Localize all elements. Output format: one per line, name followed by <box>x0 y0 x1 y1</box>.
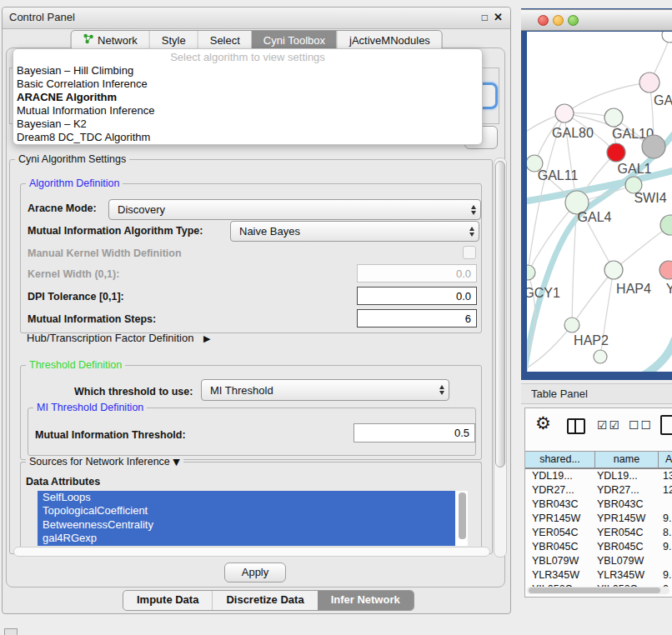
table-row[interactable]: YDR27...YDR27...12 <box>525 483 672 498</box>
mi-threshold-field[interactable]: 0.5 <box>354 423 475 442</box>
attribute-item[interactable]: BetweennessCentrality <box>38 518 455 532</box>
network-edge[interactable] <box>564 82 649 113</box>
mi-threshold-definition-group: MI Threshold Definition Mutual Informati… <box>28 408 476 456</box>
mi-type-value: Naive Bayes <box>231 225 465 238</box>
network-node[interactable] <box>594 350 607 363</box>
attribute-item[interactable]: TopologicalCoefficient <box>38 504 455 518</box>
hub-tf-definition-toggle[interactable]: Hub/Transcription Factor Definition ▶ <box>27 332 210 344</box>
sources-group-title[interactable]: Sources for Network Inference ▼ <box>26 456 183 468</box>
mi-threshold-definition-title: MI Threshold Definition <box>33 402 147 413</box>
network-node-gal80[interactable] <box>555 104 574 122</box>
dropdown-item[interactable]: Dream8 DC_TDC Algorithm <box>13 131 482 144</box>
document-icon[interactable] <box>660 415 672 435</box>
table-row[interactable]: YPR145WYPR145W9. <box>525 512 672 526</box>
kernel-width-label: Kernel Width (0,1): <box>28 268 119 280</box>
network-node-gal10[interactable] <box>604 108 623 127</box>
network-node-label: Y <box>666 282 672 296</box>
which-threshold-combo[interactable]: MI Threshold <box>201 379 449 401</box>
dropdown-item-list: Bayesian – Hill ClimbingBasic Correlatio… <box>13 64 482 144</box>
network-node-gcy1[interactable] <box>527 265 535 280</box>
aracne-mode-combo[interactable]: Discovery <box>108 199 481 220</box>
algorithm-dropdown-popup: Select algorithm to view settings Bayesi… <box>13 48 483 145</box>
table-row[interactable]: YBL079WYBL079W <box>525 554 672 568</box>
data-attributes-label: Data Attributes <box>26 476 100 488</box>
mi-type-label: Mutual Information Algorithm Type: <box>28 225 203 237</box>
network-node-label: GAL <box>654 93 672 108</box>
apply-button[interactable]: Apply <box>224 562 286 582</box>
network-node-hap4[interactable] <box>604 261 623 279</box>
network-node-hap2[interactable] <box>564 318 579 332</box>
tab-jactivemnodules[interactable]: jActiveMNodules <box>337 31 442 50</box>
close-icon[interactable]: ✕ <box>494 11 503 23</box>
mi-steps-field[interactable]: 6 <box>357 309 477 328</box>
network-node-label: GAL80 <box>552 126 594 140</box>
network-graph[interactable]: GALGAL80GAL10GAL1GAL11SWI4GAL4GCY1HAP4YH… <box>527 32 672 372</box>
attribute-item[interactable]: SelfLoops <box>38 491 455 504</box>
table-horizontal-scrollbar[interactable] <box>527 587 669 594</box>
mi-algorithm-type-combo[interactable]: Naive Bayes <box>230 221 479 242</box>
tab-select[interactable]: Select <box>198 31 252 50</box>
network-node[interactable] <box>662 32 672 42</box>
float-window-icon[interactable]: □ <box>482 12 488 23</box>
network-window-titlebar[interactable] <box>521 9 672 31</box>
dropdown-item[interactable]: Bayesian – K2 <box>13 118 482 131</box>
column-header[interactable]: name <box>595 452 659 468</box>
table-row[interactable]: YER054CYER054C8. <box>525 526 672 540</box>
table-panel-title: Table Panel <box>531 388 588 400</box>
table-row[interactable]: YLR345WYLR345W9. <box>525 568 672 582</box>
algorithm-definition-group: Algorithm Definition Aracne Mode: Discov… <box>20 183 482 333</box>
network-edge[interactable] <box>572 270 614 325</box>
dpi-tolerance-field[interactable]: 0.0 <box>357 287 477 305</box>
manual-kernel-width-checkbox[interactable] <box>463 246 476 259</box>
tab-network[interactable]: Network <box>71 31 149 50</box>
gear-icon[interactable]: ⚙ <box>535 413 551 433</box>
network-canvas[interactable]: GALGAL80GAL10GAL1GAL11SWI4GAL4GCY1HAP4YH… <box>527 32 672 372</box>
tab-style[interactable]: Style <box>149 31 198 50</box>
column-header[interactable]: A <box>659 452 672 468</box>
network-node-y[interactable] <box>659 261 672 279</box>
network-node-gal1[interactable] <box>607 143 625 162</box>
table-rows: YDL19...YDL19...13YDR27...YDR27...12YBR0… <box>525 469 672 587</box>
settings-scrollbar-thumb[interactable] <box>495 161 505 468</box>
dropdown-item[interactable]: ARACNE Algorithm <box>13 91 482 104</box>
table-cell: YDL19... <box>597 469 638 483</box>
unchecked-columns-icon[interactable]: ☐☐ <box>629 418 653 432</box>
checked-columns-icon[interactable]: ☑☑ <box>597 418 621 432</box>
column-header[interactable]: shared... <box>525 452 595 468</box>
network-node-label: GAL11 <box>538 168 579 182</box>
zoom-traffic-light-icon[interactable] <box>568 15 579 26</box>
settings-scrollbar-track[interactable] <box>494 158 507 558</box>
dropdown-item[interactable]: Mutual Information Inference <box>13 104 482 118</box>
cyni-settings-group-title: Cyni Algorithm Settings <box>15 153 129 165</box>
network-node[interactable] <box>660 215 672 235</box>
attribute-item[interactable]: gal4RGexp <box>38 532 455 545</box>
bottom-tab-impute-data[interactable]: Impute Data <box>123 591 212 610</box>
horizontal-scrollbar[interactable] <box>13 547 490 557</box>
bottom-tab-infer-network[interactable]: Infer Network <box>318 591 414 610</box>
close-traffic-light-icon[interactable] <box>538 15 549 26</box>
table-cell: 12 <box>663 483 672 498</box>
table-cell: 8. <box>663 526 671 540</box>
network-node[interactable] <box>642 135 665 158</box>
list-scrollbar-thumb[interactable] <box>459 492 466 539</box>
dpi-tolerance-label: DPI Tolerance [0,1]: <box>28 291 124 302</box>
network-node-gal[interactable] <box>639 72 659 92</box>
kernel-width-field[interactable]: 0.0 <box>357 264 477 282</box>
split-columns-icon[interactable] <box>567 418 585 434</box>
table-row[interactable]: YDL19...YDL19...13 <box>525 469 672 483</box>
screen: Control Panel □ ✕ NetworkStyleSelectCyni… <box>0 0 672 635</box>
bottom-tab-discretize-data[interactable]: Discretize Data <box>212 591 317 610</box>
network-edge-thick[interactable] <box>635 338 672 372</box>
tab-cyni-toolbox[interactable]: Cyni Toolbox <box>252 31 337 50</box>
table-row[interactable]: YBR045CYBR045C9. <box>525 540 672 554</box>
table-cell: YBL079W <box>597 554 644 568</box>
mi-threshold-label: Mutual Information Threshold: <box>35 429 186 441</box>
dropdown-item[interactable]: Basic Correlation Inference <box>13 78 482 91</box>
dropdown-item[interactable]: Bayesian – Hill Climbing <box>13 64 482 78</box>
table-cell: 13 <box>663 469 672 483</box>
table-panel-body: ⚙ ☑☑ ☐☐ shared...nameA YDL19...YDL19...1… <box>524 408 672 598</box>
table-row[interactable]: YBR043CYBR043C <box>525 498 672 512</box>
minimize-traffic-light-icon[interactable] <box>553 15 564 26</box>
which-threshold-label: Which threshold to use: <box>74 386 193 398</box>
table-scrollbar-thumb[interactable] <box>529 588 660 593</box>
